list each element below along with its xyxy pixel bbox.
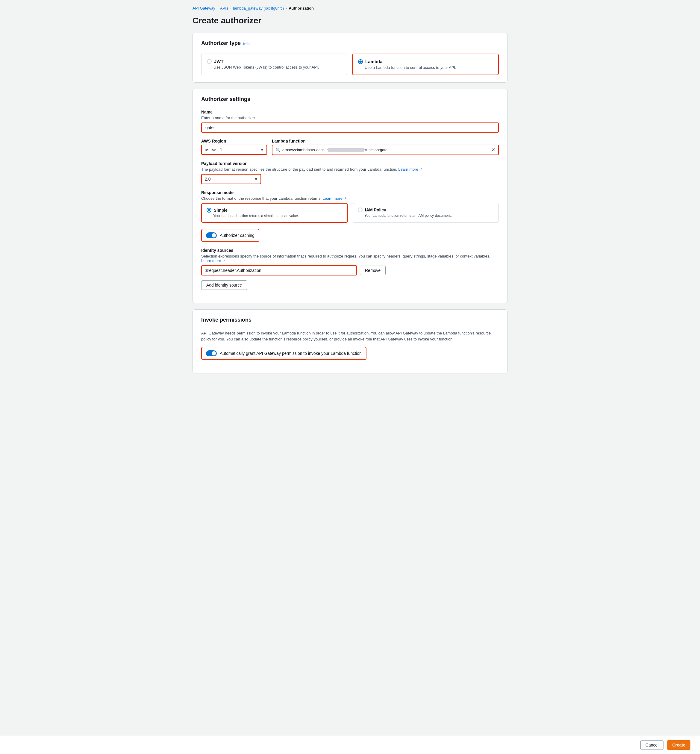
iam-policy-response-option[interactable]: IAM Policy Your Lambda function returns … — [353, 203, 499, 223]
simple-radio[interactable] — [206, 208, 211, 213]
cancel-button[interactable]: Cancel — [641, 740, 664, 750]
response-ext-link-icon: ↗ — [344, 196, 347, 200]
jwt-radio[interactable] — [207, 59, 212, 64]
aws-region-section: AWS Region us-east-1 ▼ — [201, 139, 267, 155]
payload-format-hint: The payload format version specifies the… — [201, 167, 499, 172]
auto-grant-label: Automatically grant API Gateway permissi… — [220, 351, 362, 356]
payload-format-section: Payload format version The payload forma… — [201, 161, 499, 184]
aws-region-label: AWS Region — [201, 139, 267, 144]
auto-grant-toggle[interactable] — [206, 350, 217, 356]
breadcrumb-apis[interactable]: APIs — [220, 6, 228, 11]
lambda-desc: Use a Lambda function to control access … — [365, 65, 493, 70]
name-input[interactable] — [201, 122, 499, 133]
simple-label: Simple — [214, 208, 228, 213]
identity-sources-hint: Selection expressions specify the source… — [201, 254, 499, 263]
authorizer-type-options: JWT Use JSON Web Tokens (JWTs) to contro… — [201, 53, 499, 75]
search-icon: 🔍 — [275, 148, 281, 152]
iam-desc: Your Lambda function returns an IAM poli… — [364, 213, 494, 218]
breadcrumb: API Gateway › APIs › lambda_gateway (i6x… — [192, 6, 508, 11]
payload-format-label: Payload format version — [201, 161, 499, 166]
create-button[interactable]: Create — [667, 740, 691, 750]
simple-desc: Your Lambda function returns a simple bo… — [213, 214, 342, 218]
auto-grant-knob — [212, 351, 216, 355]
authorizer-caching-toggle[interactable] — [206, 232, 217, 238]
aws-region-select[interactable]: us-east-1 — [201, 145, 267, 155]
aws-region-wrapper: us-east-1 ▼ — [201, 145, 267, 155]
response-mode-hint: Choose the format of the response that y… — [201, 196, 499, 201]
authorizer-type-info-link[interactable]: Info — [243, 42, 250, 46]
payload-select-wrapper: 2.0 1.0 ▼ — [201, 174, 261, 184]
lambda-label: Lambda — [365, 59, 383, 64]
identity-ext-link-icon: ↗ — [222, 259, 225, 263]
response-mode-options: Simple Your Lambda function returns a si… — [201, 203, 499, 223]
invoke-permissions-card: Invoke permissions API Gateway needs per… — [192, 309, 508, 374]
payload-ext-link-icon: ↗ — [420, 167, 422, 171]
identity-sources-label: Identity sources — [201, 248, 499, 253]
lambda-value: arn:aws:lambda:us-east-1::function:gate — [282, 148, 488, 152]
lambda-redacted — [328, 148, 364, 152]
breadcrumb-sep-3: › — [286, 6, 287, 11]
authorizer-caching-knob — [212, 233, 216, 238]
auto-grant-row[interactable]: Automatically grant API Gateway permissi… — [201, 347, 366, 360]
authorizer-caching-row[interactable]: Authorizer caching — [201, 229, 259, 242]
add-identity-source-button[interactable]: Add identity source — [201, 280, 247, 290]
remove-identity-source-button[interactable]: Remove — [360, 266, 386, 275]
lambda-function-section: Lambda function 🔍 arn:aws:lambda:us-east… — [272, 139, 499, 155]
lambda-search-box[interactable]: 🔍 arn:aws:lambda:us-east-1::function:gat… — [272, 145, 499, 155]
authorizer-type-title: Authorizer type — [201, 40, 241, 46]
bottom-bar: Cancel Create — [0, 736, 700, 754]
invoke-permissions-title: Invoke permissions — [201, 317, 252, 323]
breadcrumb-lambda-gateway[interactable]: lambda_gateway (i6x4fg8hfc) — [233, 6, 284, 11]
region-lambda-row: AWS Region us-east-1 ▼ Lambda function 🔍… — [201, 139, 499, 155]
page-title: Create authorizer — [192, 16, 508, 25]
authorizer-settings-card: Authorizer settings Name Enter a name fo… — [192, 89, 508, 303]
breadcrumb-current: Authorization — [289, 6, 314, 11]
identity-source-row-0: Remove — [201, 265, 499, 275]
response-mode-label: Response mode — [201, 190, 499, 195]
breadcrumb-sep-1: › — [217, 6, 218, 11]
breadcrumb-api-gateway[interactable]: API Gateway — [192, 6, 215, 11]
identity-sources-section: Identity sources Selection expressions s… — [201, 248, 499, 290]
identity-learn-more-link[interactable]: Learn more ↗ — [201, 258, 225, 263]
name-section: Name Enter a name for the authorizer. — [201, 110, 499, 133]
authorizer-type-card: Authorizer type Info JWT Use JSON Web To… — [192, 33, 508, 83]
lambda-radio[interactable] — [358, 59, 363, 64]
iam-label: IAM Policy — [365, 208, 386, 212]
payload-learn-more-link[interactable]: Learn more ↗ — [398, 167, 422, 172]
payload-format-select[interactable]: 2.0 1.0 — [201, 174, 261, 184]
authorizer-settings-title: Authorizer settings — [201, 96, 250, 102]
response-learn-more-link[interactable]: Learn more ↗ — [322, 196, 347, 201]
response-mode-section: Response mode Choose the format of the r… — [201, 190, 499, 223]
name-hint: Enter a name for the authorizer. — [201, 116, 499, 120]
jwt-label: JWT — [214, 59, 223, 64]
iam-radio[interactable] — [358, 208, 362, 212]
breadcrumb-sep-2: › — [230, 6, 231, 11]
name-label: Name — [201, 110, 499, 114]
invoke-permissions-desc: API Gateway needs permission to invoke y… — [201, 330, 499, 342]
lambda-option[interactable]: Lambda Use a Lambda function to control … — [352, 53, 499, 75]
jwt-option[interactable]: JWT Use JSON Web Tokens (JWTs) to contro… — [201, 53, 347, 75]
simple-response-option[interactable]: Simple Your Lambda function returns a si… — [201, 203, 348, 223]
authorizer-caching-label: Authorizer caching — [220, 233, 255, 238]
lambda-clear-icon[interactable]: ✕ — [491, 147, 495, 153]
identity-source-input-0[interactable] — [201, 265, 357, 275]
jwt-desc: Use JSON Web Tokens (JWTs) to control ac… — [214, 65, 342, 69]
lambda-function-label: Lambda function — [272, 139, 499, 144]
